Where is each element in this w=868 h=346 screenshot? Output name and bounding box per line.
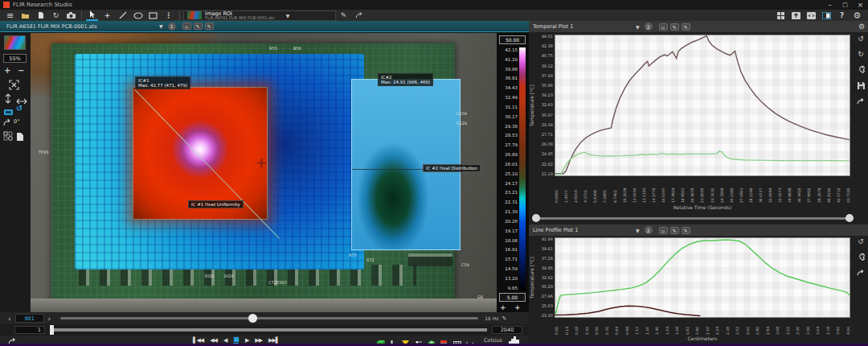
active-layout-icon[interactable]	[821, 10, 833, 21]
range-track[interactable]	[535, 217, 850, 220]
save-icon[interactable]	[858, 82, 865, 91]
play-button[interactable]: ▶	[245, 337, 248, 344]
export-panel-icon[interactable]	[790, 10, 802, 21]
redo-zoom-icon[interactable]: ↻	[858, 50, 864, 58]
undo-zoom-icon[interactable]: ↺	[858, 35, 864, 43]
pan-scale-icon[interactable]: +	[514, 303, 521, 311]
palette-icon[interactable]	[3, 129, 13, 144]
current-frame-value[interactable]: 901	[15, 314, 44, 323]
palette-range-icon[interactable]	[440, 336, 450, 344]
maximize-button[interactable]: ▢	[839, 0, 851, 10]
thermometer-icon[interactable]	[389, 336, 399, 344]
prev-frame-button[interactable]: ‹	[8, 315, 11, 323]
temporal-plot-area[interactable]	[555, 35, 850, 176]
chevron-down-icon[interactable]: ▼	[159, 23, 163, 29]
export-chart-icon[interactable]	[857, 270, 865, 278]
roi-selector[interactable]: Image ROI FLIR A6581 FLIR MIX PCB-0001.a…	[183, 10, 336, 21]
thermal-image-viewport[interactable]: IC#1 Max: 42.77 (471, 479) IC#2 Max: 24.…	[31, 33, 497, 312]
scale-min-value[interactable]: 5.00	[499, 293, 526, 302]
data-table-icon[interactable]	[453, 336, 463, 344]
frame-slider[interactable]	[60, 314, 478, 323]
line-tool[interactable]	[117, 10, 129, 21]
roi1-max: Max: 42.77 (471, 479)	[138, 83, 187, 88]
annotate-panel-button[interactable]: ✎	[205, 23, 214, 30]
help-icon[interactable]: ?	[836, 10, 848, 21]
zoom-out-button[interactable]: −	[18, 66, 24, 75]
close-button[interactable]: ×	[854, 0, 866, 10]
wrench-icon[interactable]	[857, 253, 865, 262]
camera-icon[interactable]	[65, 10, 77, 21]
tick-label: 0.84	[615, 320, 619, 335]
range-handle-left[interactable]	[532, 214, 540, 222]
start-frame-value[interactable]: 1	[14, 326, 45, 334]
roi-count-badge: 1	[168, 23, 176, 31]
edit-panel-button[interactable]: ✎	[194, 23, 203, 30]
sync-icon[interactable]: ↻	[50, 10, 62, 21]
scale-gradient-bar[interactable]	[519, 47, 526, 290]
detach-panel-button[interactable]: ▫	[182, 23, 191, 30]
trim-handle[interactable]	[50, 325, 54, 335]
file-icon[interactable]	[35, 10, 47, 21]
select-cursor-tool[interactable]	[86, 10, 98, 21]
point-tool[interactable]: +	[101, 10, 113, 21]
tick-label: 20.4078	[690, 179, 694, 203]
range-handle-right[interactable]	[845, 214, 854, 222]
record-cube-icon[interactable]	[376, 336, 386, 344]
annotate-plot-button[interactable]: ✎	[682, 23, 690, 31]
edit-frame-rate-pen-icon[interactable]: ✎	[502, 315, 506, 322]
rectangle-tool[interactable]	[147, 10, 159, 21]
frame-rate-value[interactable]: 16 Hz	[485, 315, 498, 321]
line-profile-title[interactable]: Line Profile Plot 1	[533, 227, 636, 233]
edit-roi-pen-icon[interactable]: ✎	[338, 10, 350, 21]
image-tab-title[interactable]: FLIR A6581 FLIR MIX PCB-0001.ats	[6, 23, 159, 30]
open-folder-icon[interactable]	[19, 10, 31, 21]
time-range-slider[interactable]	[532, 214, 854, 223]
frame-slider-handle[interactable]	[248, 314, 257, 323]
trim-track[interactable]	[50, 328, 487, 332]
tick-label: 0.70	[605, 320, 609, 335]
expand-panel-icon[interactable]	[805, 10, 817, 21]
next-frame-button[interactable]: ›	[48, 315, 51, 323]
chevron-down-icon[interactable]: ▼	[286, 13, 290, 19]
more-options-icon[interactable]: ⋮	[162, 10, 174, 21]
skip-end-button[interactable]: ▶▶▌	[268, 337, 279, 344]
pan-image-icon[interactable]: +	[500, 303, 506, 311]
adjust-sliders-icon[interactable]	[415, 336, 424, 344]
tick-label: 42.15	[505, 47, 518, 52]
skip-start-button[interactable]: ▌◀◀	[193, 337, 203, 344]
scale-max-value[interactable]: 50.00	[499, 35, 526, 44]
undo-zoom-icon[interactable]: ↺	[858, 237, 864, 245]
line-profile-plot-area[interactable]	[555, 237, 850, 318]
detach-plot-button[interactable]: ▫	[659, 227, 668, 234]
frame-slider-track[interactable]	[60, 317, 478, 319]
globe-icon[interactable]	[428, 336, 437, 344]
filter-funnel-icon[interactable]	[402, 336, 411, 344]
detach-plot-button[interactable]: ▫	[659, 23, 668, 31]
reset-view-icon[interactable]: ↺	[16, 104, 23, 113]
fast-forward-button[interactable]: ▶▶	[255, 337, 262, 344]
zoom-in-button[interactable]: +	[4, 66, 10, 75]
export-chart-icon[interactable]	[857, 98, 865, 106]
units-value[interactable]: Celsius	[484, 337, 502, 344]
chevron-down-icon[interactable]: ▼	[636, 24, 640, 30]
ellipse-tool[interactable]	[132, 10, 144, 21]
menu-icon[interactable]: ≡	[4, 10, 16, 21]
step-back-button[interactable]: ◀	[223, 337, 227, 344]
annotate-plot-button[interactable]: ✎	[682, 227, 690, 234]
copy-image-icon[interactable]	[16, 130, 24, 145]
settings-gear-icon[interactable]: ⚙	[851, 10, 863, 21]
rewind-button[interactable]: ◀◀	[210, 337, 217, 344]
edit-plot-button[interactable]: ✎	[670, 227, 679, 234]
minimize-button[interactable]: –	[824, 0, 836, 10]
plot-settings-gear-icon[interactable]: ⚙	[858, 23, 865, 31]
zoom-level-value[interactable]: 55%	[3, 54, 27, 63]
preview-thumbnail[interactable]	[4, 35, 26, 50]
chevron-down-icon[interactable]: ▼	[636, 228, 640, 233]
edit-plot-button[interactable]: ✎	[670, 23, 679, 31]
trend-chart-icon[interactable]	[466, 336, 476, 344]
layout-grid-icon[interactable]	[775, 10, 787, 21]
wrench-icon[interactable]	[857, 65, 865, 75]
share-roi-icon[interactable]	[353, 10, 365, 21]
temporal-plot-title[interactable]: Temporal Plot 1	[533, 23, 636, 30]
tick-label: 23.21	[505, 190, 518, 195]
